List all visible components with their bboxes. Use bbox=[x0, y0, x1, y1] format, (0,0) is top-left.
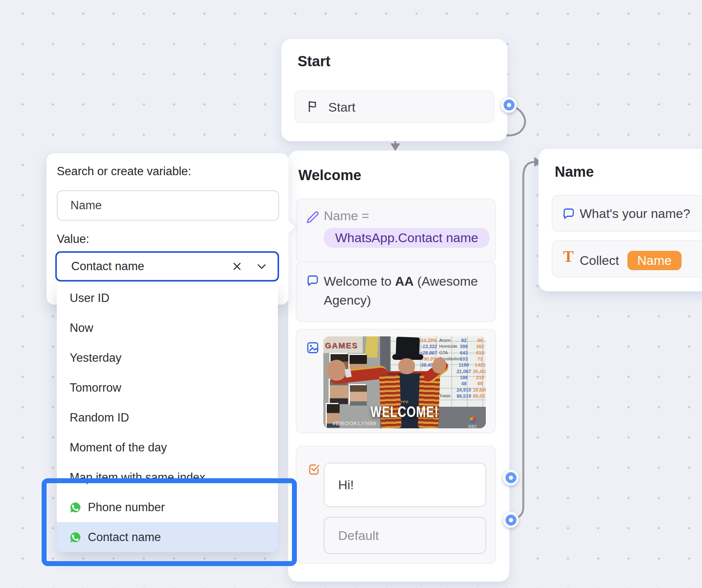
wb-value: 398 bbox=[455, 344, 473, 349]
wb-value: 643 bbox=[455, 350, 473, 356]
dropdown-item-contact-name[interactable]: Contact name bbox=[57, 522, 278, 552]
wb-value: 92 bbox=[455, 338, 473, 343]
message-text-bold: AA bbox=[395, 274, 413, 288]
dropdown-item-label: Now bbox=[70, 321, 93, 335]
welcome-gif: GAMES -14.29%Arson9296 -13.332Homicide39… bbox=[323, 336, 486, 428]
message-text: Welcome to AA (Awesome Agency) bbox=[324, 272, 489, 310]
gif-top-hat bbox=[396, 337, 420, 356]
wb-value: 21,067 bbox=[455, 369, 473, 374]
image-block[interactable]: GAMES -14.29%Arson9296 -13.332Homicide39… bbox=[296, 329, 496, 433]
collect-label: Collect bbox=[580, 253, 619, 268]
dropdown-item-tomorrow[interactable]: Tomorrow bbox=[57, 373, 278, 403]
edge-default-to-name bbox=[510, 162, 535, 520]
gif-caption: WELCOME! bbox=[323, 403, 486, 421]
whatsapp-icon bbox=[70, 502, 81, 513]
wb-value: 26,402 bbox=[472, 369, 486, 374]
value-select[interactable]: Contact name bbox=[55, 251, 279, 282]
wb-value: 382 bbox=[472, 344, 486, 349]
clear-icon[interactable] bbox=[231, 261, 243, 272]
dropdown-item-label: Map item with same index bbox=[70, 471, 205, 484]
set-variable-block[interactable]: Name = WhatsApp.Contact name bbox=[296, 199, 496, 263]
wb-label: Arson bbox=[439, 338, 457, 342]
node-welcome[interactable]: Welcome Name = WhatsApp.Contact name Wel… bbox=[288, 151, 509, 582]
flow-canvas[interactable]: Start Start Welcome Name = WhatsApp.Cont… bbox=[0, 0, 702, 588]
button-option-hi[interactable]: Hi! bbox=[324, 463, 486, 507]
collect-variable-pill[interactable]: Name bbox=[627, 251, 682, 270]
wb-value: 210 bbox=[472, 375, 486, 380]
wb-label: Homicide bbox=[439, 344, 457, 348]
wb-value: 610 bbox=[472, 350, 486, 356]
buttons-block[interactable]: Hi! Default bbox=[296, 446, 496, 564]
dropdown-item-moment-of-the-day[interactable]: Moment of the day bbox=[57, 432, 278, 462]
wb-label: GTA bbox=[439, 350, 457, 355]
wb-value: 1190 bbox=[455, 362, 473, 368]
button-option-default-label: Default bbox=[338, 528, 379, 543]
wb-value: 186 bbox=[455, 375, 473, 380]
gif-man-face bbox=[398, 358, 415, 374]
wb-value: 48 bbox=[455, 381, 473, 386]
dropdown-item-label: User ID bbox=[70, 291, 109, 305]
collect-block[interactable]: T Collect Name bbox=[552, 240, 702, 277]
variable-value-pill[interactable]: WhatsApp.Contact name bbox=[324, 228, 490, 248]
text-input-icon: T bbox=[563, 249, 574, 264]
dropdown-item-label: Tomorrow bbox=[70, 381, 121, 395]
chat-bubble-icon bbox=[306, 274, 319, 287]
dropdown-item-map-item-with-same-index[interactable]: Map item with same index bbox=[57, 462, 278, 492]
wb-value: 96 bbox=[472, 338, 486, 343]
dropdown-item-yesterday[interactable]: Yesterday bbox=[57, 343, 278, 373]
dropdown-item-label: Contact name bbox=[88, 530, 161, 544]
dropdown-item-random-id[interactable]: Random ID bbox=[57, 403, 278, 432]
gif-cloth bbox=[365, 336, 379, 358]
question-block[interactable]: What's your name? bbox=[552, 195, 702, 232]
variable-name-label: Name = bbox=[324, 208, 490, 223]
dropdown-item-label: Yesterday bbox=[70, 351, 122, 365]
welcome-output-port-hi[interactable] bbox=[503, 470, 519, 485]
node-start-title: Start bbox=[298, 53, 331, 70]
dropdown-item-label: Moment of the day bbox=[70, 441, 167, 454]
variable-popover: Search or create variable: Value: Contac… bbox=[47, 153, 289, 305]
checkbox-icon bbox=[307, 463, 320, 476]
image-icon bbox=[306, 341, 319, 354]
button-option-hi-label: Hi! bbox=[338, 478, 354, 492]
wb-value: 103 bbox=[455, 356, 473, 362]
value-select-text: Contact name bbox=[71, 260, 231, 273]
wb-value: 72 bbox=[472, 356, 486, 362]
dropdown-item-label: Phone number bbox=[88, 501, 165, 514]
gif-photo-4 bbox=[349, 384, 366, 404]
pencil-icon bbox=[306, 211, 319, 224]
message-text-prefix: Welcome to bbox=[324, 274, 395, 288]
welcome-output-port-default[interactable] bbox=[503, 512, 519, 528]
edge-arrow-down-icon bbox=[390, 143, 400, 151]
button-option-default[interactable]: Default bbox=[324, 517, 486, 554]
wb-value: 1421 bbox=[472, 362, 486, 368]
node-name-title: Name bbox=[555, 164, 594, 180]
chat-bubble-icon bbox=[562, 207, 575, 220]
dropdown-item-phone-number[interactable]: Phone number bbox=[57, 492, 278, 522]
node-welcome-title: Welcome bbox=[298, 167, 361, 184]
wb-value: 19,840 bbox=[472, 387, 486, 393]
search-variable-label: Search or create variable: bbox=[57, 165, 191, 178]
whatsapp-icon bbox=[70, 532, 81, 543]
start-block-label: Start bbox=[328, 100, 356, 115]
variable-dropdown: User ID Now Yesterday Tomorrow Random ID… bbox=[57, 283, 278, 552]
gif-games-text: GAMES bbox=[325, 341, 358, 350]
message-block[interactable]: Welcome to AA (Awesome Agency) bbox=[296, 261, 496, 322]
wb-value: 88,519 bbox=[455, 394, 473, 399]
wb-value: 69 bbox=[472, 381, 486, 386]
question-text: What's your name? bbox=[580, 206, 690, 221]
wb-value: 24,910 bbox=[455, 387, 473, 393]
value-label: Value: bbox=[57, 232, 89, 246]
node-start[interactable]: Start Start bbox=[281, 39, 507, 141]
dropdown-item-now[interactable]: Now bbox=[57, 313, 278, 343]
node-name[interactable]: Name What's your name? T Collect Name bbox=[538, 149, 702, 291]
nbc-text: NBC bbox=[465, 425, 480, 428]
wb-label: Totals bbox=[439, 394, 457, 398]
dropdown-item-label: Random ID bbox=[70, 411, 129, 425]
variable-name-input[interactable] bbox=[57, 190, 279, 221]
chevron-down-icon[interactable] bbox=[256, 260, 268, 272]
start-block[interactable]: Start bbox=[294, 90, 494, 123]
wb-value: 69,031 bbox=[472, 394, 486, 399]
flag-icon bbox=[306, 100, 319, 113]
dropdown-item-user-id[interactable]: User ID bbox=[57, 283, 278, 313]
start-output-port[interactable] bbox=[501, 97, 517, 113]
